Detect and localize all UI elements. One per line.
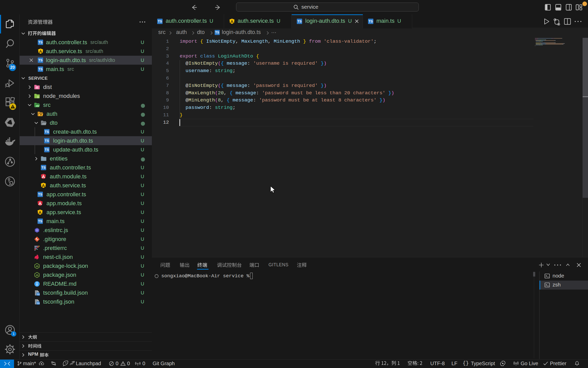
svg-text:TS: TS xyxy=(37,302,40,305)
svg-text:JS: JS xyxy=(35,265,39,268)
svg-text:TS: TS xyxy=(37,293,40,296)
svg-text:JS: JS xyxy=(35,274,39,277)
svg-text:</>: </> xyxy=(36,105,39,107)
